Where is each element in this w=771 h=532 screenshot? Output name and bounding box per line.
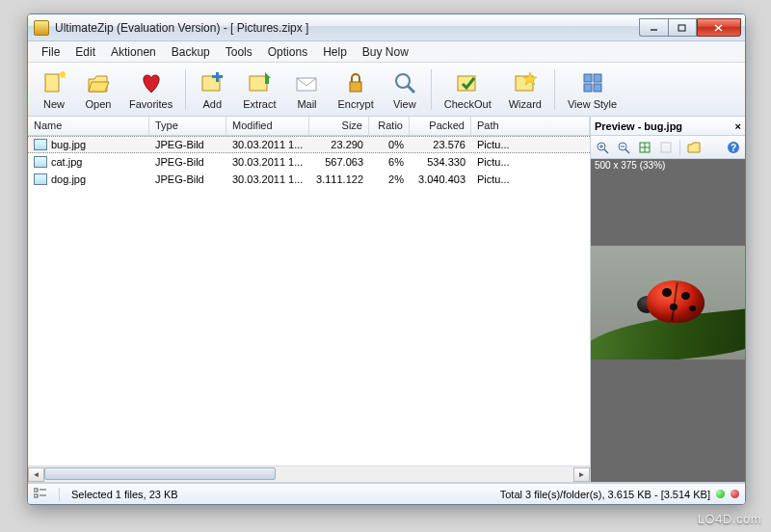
add-icon xyxy=(199,69,226,96)
svg-rect-37 xyxy=(34,489,38,492)
view-label: View xyxy=(393,98,416,110)
menu-help[interactable]: Help xyxy=(315,42,355,62)
toolbar: New Open Favorites Add Extract Mail Encr… xyxy=(28,63,745,117)
menu-tools[interactable]: Tools xyxy=(218,42,260,62)
svg-rect-20 xyxy=(584,74,592,82)
svg-line-25 xyxy=(604,149,608,153)
window-title: UltimateZip (Evaluation Version) - [ Pic… xyxy=(55,21,639,35)
fit-icon[interactable] xyxy=(635,139,654,156)
preview-close-button[interactable]: × xyxy=(735,120,741,132)
svg-rect-4 xyxy=(45,74,59,92)
open-icon xyxy=(85,69,112,96)
svg-text:?: ? xyxy=(731,143,736,153)
minimize-button[interactable] xyxy=(639,18,668,37)
favorites-label: Favorites xyxy=(129,98,173,110)
svg-rect-14 xyxy=(350,82,361,92)
preview-title: Preview - bug.jpg xyxy=(595,120,682,132)
preview-header: Preview - bug.jpg × xyxy=(591,117,745,136)
separator xyxy=(679,140,680,155)
wizard-icon xyxy=(512,69,539,96)
menu-file[interactable]: File xyxy=(34,42,67,62)
table-row[interactable]: cat.jpgJPEG-Bild30.03.2011 1...567.0636%… xyxy=(28,153,590,171)
favorites-button[interactable]: Favorites xyxy=(122,66,179,113)
status-total: Total 3 file(s)/folder(s), 3.615 KB - [3… xyxy=(500,489,710,500)
status-dot-red xyxy=(731,490,739,498)
content-area: Name Type Modified Size Ratio Packed Pat… xyxy=(28,117,745,483)
mail-icon xyxy=(293,69,320,96)
scroll-left-button[interactable]: ◄ xyxy=(28,467,44,482)
col-name[interactable]: Name xyxy=(28,117,149,135)
checkout-button[interactable]: CheckOut xyxy=(438,66,498,113)
col-size[interactable]: Size xyxy=(309,117,369,135)
menu-buynow[interactable]: Buy Now xyxy=(355,42,416,62)
viewstyle-icon xyxy=(579,69,606,96)
table-row[interactable]: dog.jpgJPEG-Bild30.03.2011 1...3.111.122… xyxy=(28,171,590,188)
svg-point-6 xyxy=(60,71,66,77)
horizontal-scrollbar[interactable]: ◄ ► xyxy=(28,466,590,482)
status-selected: Selected 1 files, 23 KB xyxy=(71,489,178,500)
table-row[interactable]: bug.jpgJPEG-Bild30.03.2011 1...23.2900%2… xyxy=(28,136,590,153)
col-path[interactable]: Path xyxy=(471,117,590,135)
scroll-right-button[interactable]: ► xyxy=(573,467,590,482)
view-button[interactable]: View xyxy=(385,66,425,113)
col-packed[interactable]: Packed xyxy=(410,117,471,135)
svg-rect-10 xyxy=(250,76,267,91)
extract-button[interactable]: Extract xyxy=(236,66,282,113)
add-button[interactable]: Add xyxy=(192,66,232,113)
maximize-button[interactable] xyxy=(668,18,697,37)
column-headers: Name Type Modified Size Ratio Packed Pat… xyxy=(28,117,590,136)
open-button[interactable]: Open xyxy=(78,66,119,113)
preview-image-area xyxy=(591,174,745,482)
file-rows[interactable]: bug.jpgJPEG-Bild30.03.2011 1...23.2900%2… xyxy=(28,136,590,466)
wizard-button[interactable]: Wizard xyxy=(502,66,548,113)
preview-panel: Preview - bug.jpg × ? 500 x 375 (33%) xyxy=(591,117,745,482)
actual-size-icon[interactable] xyxy=(656,139,676,156)
close-button[interactable] xyxy=(697,18,741,37)
encrypt-button[interactable]: Encrypt xyxy=(331,66,380,113)
menubar: File Edit Aktionen Backup Tools Options … xyxy=(28,41,745,63)
svg-rect-9 xyxy=(212,75,223,78)
col-modified[interactable]: Modified xyxy=(226,117,309,135)
svg-rect-1 xyxy=(678,25,685,31)
menu-edit[interactable]: Edit xyxy=(67,42,103,62)
open-folder-icon[interactable] xyxy=(684,139,704,156)
preview-dimensions: 500 x 375 (33%) xyxy=(591,159,745,174)
col-ratio[interactable]: Ratio xyxy=(369,117,410,135)
wizard-label: Wizard xyxy=(509,98,542,110)
watermark: LO4D.com xyxy=(698,512,761,526)
scroll-thumb[interactable] xyxy=(44,467,276,480)
svg-rect-34 xyxy=(661,143,671,152)
extract-label: Extract xyxy=(243,98,276,110)
app-window: UltimateZip (Evaluation Version) - [ Pic… xyxy=(27,13,746,505)
zoom-out-icon[interactable] xyxy=(614,139,633,156)
new-icon xyxy=(40,69,67,96)
svg-line-29 xyxy=(625,149,629,153)
viewstyle-button[interactable]: View Style xyxy=(561,66,624,113)
image-file-icon xyxy=(34,139,47,150)
statusbar: Selected 1 files, 23 KB Total 3 file(s)/… xyxy=(28,483,745,504)
checkout-icon xyxy=(454,69,481,96)
menu-aktionen[interactable]: Aktionen xyxy=(103,42,164,62)
new-button[interactable]: New xyxy=(34,66,74,113)
menu-backup[interactable]: Backup xyxy=(164,42,218,62)
status-dot-green xyxy=(716,490,725,498)
add-label: Add xyxy=(202,98,222,110)
svg-rect-12 xyxy=(265,78,269,84)
col-type[interactable]: Type xyxy=(149,117,226,135)
titlebar[interactable]: UltimateZip (Evaluation Version) - [ Pic… xyxy=(28,14,745,41)
menu-options[interactable]: Options xyxy=(260,42,315,62)
svg-point-15 xyxy=(396,74,410,88)
scroll-track[interactable] xyxy=(44,467,573,482)
svg-marker-11 xyxy=(265,72,271,78)
zoom-in-icon[interactable] xyxy=(593,139,612,156)
mail-button[interactable]: Mail xyxy=(286,66,327,113)
help-icon[interactable]: ? xyxy=(724,139,743,156)
preview-toolbar: ? xyxy=(591,136,745,159)
tree-toggle-icon[interactable] xyxy=(34,488,47,501)
svg-rect-23 xyxy=(594,84,601,92)
separator xyxy=(59,488,60,501)
svg-rect-22 xyxy=(584,84,592,92)
window-controls xyxy=(639,18,741,37)
viewstyle-label: View Style xyxy=(568,98,617,110)
toolbar-separator xyxy=(431,69,432,110)
